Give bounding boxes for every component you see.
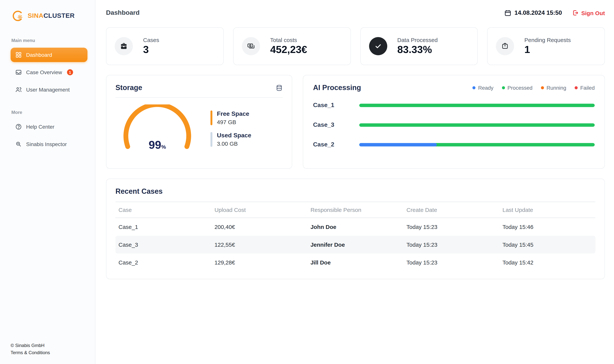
column-header-upload-cost: Upload Cost (212, 202, 307, 218)
brand-name: SINACLUSTER (28, 12, 75, 20)
cell-create-date: Today 15:23 (403, 254, 499, 271)
ai-row: Case_3 (313, 121, 595, 128)
storage-title: Storage (115, 84, 142, 92)
legend-dot (502, 86, 505, 89)
brand-name-secondary: CLUSTER (43, 12, 75, 19)
ai-progress-bar (359, 143, 595, 146)
cell-last-update: Today 15:45 (499, 236, 595, 254)
used-space-legend: Used Space 3.00 GB (211, 132, 251, 147)
sidebar-item-case-overview[interactable]: Case Overview 1 (11, 65, 87, 79)
stat-value: 452,23€ (270, 44, 307, 56)
costs-icon (242, 37, 260, 55)
legend-label: Failed (580, 85, 595, 91)
ai-legend: Ready Processed Running Failed (472, 85, 595, 91)
recent-cases-card: Recent Cases Case Upload Cost Responsibl… (106, 179, 605, 279)
stat-value: 83.33% (397, 44, 438, 56)
recent-cases-title: Recent Cases (115, 187, 595, 196)
stat-value: 1 (524, 44, 571, 56)
stat-label: Data Processed (397, 37, 438, 43)
ai-progress-bar (359, 123, 595, 127)
storage-card: Storage 99% (106, 75, 292, 169)
case-overview-badge: 1 (67, 69, 73, 75)
ai-row-label: Case_1 (313, 102, 359, 109)
storage-percent: 99% (119, 139, 196, 151)
ai-row: Case_2 (313, 141, 595, 148)
table-row: Case_2 129,28€ Jill Doe Today 15:23 Toda… (115, 254, 595, 271)
stat-value: 3 (143, 44, 159, 56)
ai-processing-title: AI Processing (313, 84, 361, 92)
pending-icon (496, 37, 514, 55)
cell-responsible: John Doe (307, 218, 403, 236)
stat-label: Total costs (270, 37, 307, 43)
sidebar: SINACLUSTER Main menu Dashboard Case Ove… (0, 0, 95, 364)
main-content: Dashboard 14.08.2024 15:50 (95, 0, 614, 364)
legend-item-failed: Failed (575, 85, 595, 91)
free-space-color-bar (211, 110, 212, 125)
stat-label: Cases (143, 37, 159, 43)
cell-responsible: Jill Doe (307, 254, 403, 271)
briefcase-icon (115, 37, 133, 55)
cell-case: Case_3 (115, 236, 212, 254)
sign-out-button[interactable]: Sign Out (572, 10, 605, 16)
legend-label: Ready (478, 85, 494, 91)
cell-responsible: Jennifer Doe (307, 236, 403, 254)
sidebar-item-label: Dashboard (26, 52, 52, 58)
cell-create-date: Today 15:23 (403, 236, 499, 254)
ai-progress-bar (359, 104, 595, 107)
legend-item-processed: Processed (502, 85, 533, 91)
sidebar-item-label: User Management (26, 87, 70, 93)
topbar: Dashboard 14.08.2024 15:50 (106, 9, 605, 17)
cell-upload-cost: 129,28€ (212, 254, 307, 271)
free-space-value: 497 GB (217, 119, 249, 125)
cell-upload-cost: 122,55€ (212, 236, 307, 254)
used-space-label: Used Space (217, 132, 251, 139)
column-header-create-date: Create Date (403, 202, 499, 218)
cell-create-date: Today 15:23 (403, 218, 499, 236)
column-header-case: Case (115, 202, 212, 218)
sidebar-item-help-center[interactable]: Help Center (11, 119, 87, 134)
legend-item-ready: Ready (472, 85, 494, 91)
used-space-color-bar (211, 132, 212, 147)
sidebar-item-label: Case Overview (26, 69, 62, 75)
ai-row: Case_1 (313, 102, 595, 109)
free-space-label: Free Space (217, 110, 249, 117)
used-space-value: 3.00 GB (217, 140, 251, 147)
sidebar-item-label: Help Center (26, 124, 54, 130)
stat-card-pending-requests: Pending Requests 1 (487, 27, 605, 65)
stat-card-total-costs: Total costs 452,23€ (233, 27, 351, 65)
storage-gauge: 99% (119, 104, 196, 153)
ai-row-label: Case_2 (313, 141, 359, 148)
inspector-icon (15, 141, 22, 148)
table-row: Case_1 200,40€ John Doe Today 15:23 Toda… (115, 218, 595, 236)
legend-label: Processed (507, 85, 533, 91)
free-space-legend: Free Space 497 GB (211, 110, 251, 125)
ai-row-label: Case_3 (313, 121, 359, 128)
users-icon (15, 86, 22, 93)
cell-last-update: Today 15:46 (499, 218, 595, 236)
stat-label: Pending Requests (524, 37, 571, 43)
help-icon (15, 123, 22, 130)
sidebar-item-user-management[interactable]: User Management (11, 82, 87, 97)
stats-row: Cases 3 Total costs 452,23€ (106, 27, 605, 65)
check-icon (369, 37, 387, 55)
legend-dot (472, 86, 475, 89)
sinacluster-logo-icon (11, 9, 24, 23)
app-window: SINACLUSTER Main menu Dashboard Case Ove… (0, 0, 614, 364)
page-title: Dashboard (106, 9, 140, 17)
cell-upload-cost: 200,40€ (212, 218, 307, 236)
sidebar-item-sinabis-inspector[interactable]: Sinabis Inspector (11, 137, 87, 151)
copyright-text: © Sinabis GmbH (11, 342, 87, 349)
main-menu-label: Main menu (11, 38, 87, 43)
recent-cases-table: Case Upload Cost Responsible Person Crea… (115, 202, 595, 271)
cell-last-update: Today 15:42 (499, 254, 595, 271)
datetime-display: 14.08.2024 15:50 (504, 9, 562, 16)
sign-out-icon (572, 10, 579, 16)
legend-dot (575, 86, 578, 89)
sidebar-item-dashboard[interactable]: Dashboard (11, 48, 87, 62)
column-header-responsible-person: Responsible Person (307, 202, 403, 218)
sidebar-item-label: Sinabis Inspector (26, 141, 67, 147)
terms-link[interactable]: Terms & Conditions (11, 349, 87, 356)
stat-card-data-processed: Data Processed 83.33% (360, 27, 478, 65)
cell-case: Case_1 (115, 218, 212, 236)
legend-item-running: Running (541, 85, 566, 91)
